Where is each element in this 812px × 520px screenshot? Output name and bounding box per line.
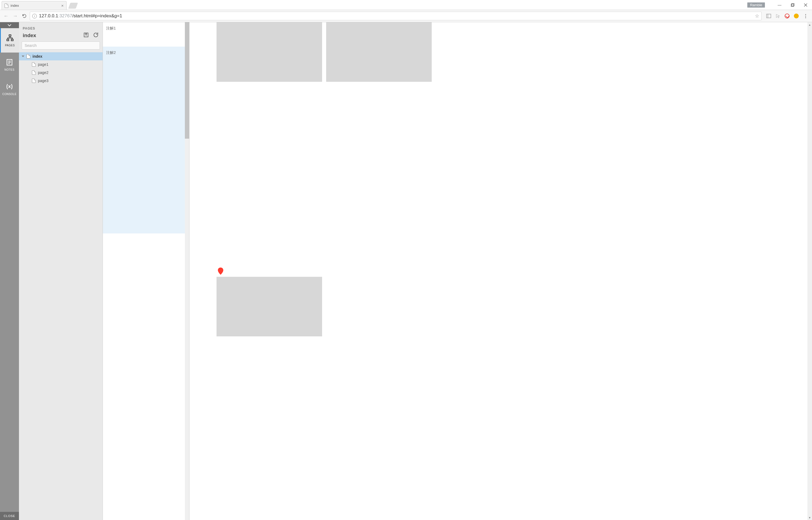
tree-item-label: index — [32, 54, 43, 58]
tree-item-page2[interactable]: page2 — [19, 69, 103, 77]
close-window-button[interactable] — [799, 1, 812, 9]
preview-canvas[interactable]: ▲ ▼ — [190, 22, 812, 520]
new-tab-button[interactable] — [68, 3, 78, 9]
rail-item-pages[interactable]: PAGES — [0, 28, 19, 53]
note-label: 注解1 — [106, 26, 116, 30]
left-rail: PAGES NOTES CONSOLE CLOSE — [0, 22, 19, 520]
url-port: :32767 — [58, 13, 72, 19]
image-placeholder[interactable] — [326, 22, 432, 82]
opera-extension-icon[interactable] — [784, 13, 790, 19]
maximize-button[interactable] — [786, 1, 799, 9]
page-icon — [32, 71, 36, 75]
note-item-2[interactable]: 注解2 — [103, 47, 189, 233]
canvas-scrollbar-track[interactable]: ▲ ▼ — [807, 22, 812, 520]
page-icon — [27, 54, 30, 58]
rail-item-console[interactable]: CONSOLE — [0, 77, 19, 101]
tree-item-page1[interactable]: page1 — [19, 60, 103, 69]
chevron-down-icon — [7, 24, 12, 27]
ramble-badge[interactable]: Ramble — [747, 2, 765, 7]
annotation-marker[interactable] — [218, 267, 223, 275]
svg-rect-4 — [9, 35, 11, 36]
reload-button[interactable] — [21, 12, 28, 20]
address-bar[interactable]: i 127.0.0.1:32767/start.html#p=index&g=1… — [30, 11, 762, 20]
tree-item-label: page1 — [38, 62, 49, 67]
pages-panel: PAGES index index — [19, 22, 103, 520]
page-icon — [32, 62, 36, 67]
rail-item-notes[interactable]: NOTES — [0, 53, 19, 77]
panel-toggle-icon[interactable] — [766, 13, 772, 19]
window-controls: Ramble — — [747, 0, 812, 10]
svg-rect-2 — [766, 14, 771, 18]
pin-icon — [218, 267, 223, 275]
browser-toolbar: ← → i 127.0.0.1:32767/start.html#p=index… — [0, 10, 812, 22]
scroll-up-arrow[interactable]: ▲ — [807, 22, 812, 27]
tab-close-icon[interactable]: × — [61, 3, 64, 8]
scroll-down-arrow[interactable]: ▼ — [807, 515, 812, 520]
tree-item-label: page3 — [38, 79, 49, 83]
pages-panel-title: index — [23, 32, 36, 38]
sitemap-icon — [6, 34, 14, 42]
tree-item-index[interactable]: index — [19, 52, 103, 60]
search-input[interactable] — [22, 42, 100, 50]
rail-label-console: CONSOLE — [2, 93, 17, 96]
browser-chrome: index × Ramble — ← → i 127.0.0.1:32767/s… — [0, 0, 812, 22]
note-item-1[interactable]: 注解1 — [103, 22, 189, 47]
svg-rect-6 — [11, 39, 13, 41]
toolbar-extensions — [763, 13, 810, 19]
note-item-blank[interactable] — [103, 233, 189, 266]
close-icon — [804, 3, 807, 7]
pages-panel-header: PAGES index — [19, 22, 103, 42]
pages-tree: index page1 page2 page3 — [19, 52, 103, 520]
notes-panel: 注解1 注解2 — [103, 22, 190, 520]
back-button[interactable]: ← — [2, 12, 10, 20]
reload-icon — [22, 14, 27, 19]
rail-collapse-button[interactable] — [0, 22, 19, 28]
url-path: /start.html#p=index&g=1 — [72, 13, 122, 19]
forward-button[interactable]: → — [11, 12, 19, 20]
note-item-blank[interactable] — [103, 266, 189, 298]
variable-icon — [6, 83, 13, 90]
tree-item-page3[interactable]: page3 — [19, 77, 103, 85]
share-icon — [83, 32, 89, 38]
postman-extension-icon[interactable] — [793, 13, 799, 19]
play-cursor-icon[interactable] — [775, 13, 781, 19]
rail-close-button[interactable]: CLOSE — [0, 512, 19, 520]
notes-scrollbar-thumb[interactable] — [185, 22, 189, 139]
tree-item-label: page2 — [38, 71, 49, 75]
site-info-icon[interactable]: i — [32, 14, 37, 19]
svg-rect-5 — [7, 39, 9, 41]
rail-close-label: CLOSE — [4, 514, 15, 518]
image-placeholder[interactable] — [217, 277, 322, 336]
minimize-button[interactable]: — — [773, 1, 786, 9]
rail-label-notes: NOTES — [5, 68, 15, 71]
rail-label-pages: PAGES — [5, 44, 15, 47]
tab-strip: index × Ramble — — [0, 0, 812, 10]
pages-panel-label: PAGES — [23, 27, 99, 30]
chrome-menu-button[interactable] — [803, 13, 808, 19]
notes-icon — [6, 58, 13, 66]
app-root: PAGES NOTES CONSOLE CLOSE PAGES index — [0, 22, 812, 520]
url-text: 127.0.0.1:32767/start.html#p=index&g=1 — [39, 13, 122, 19]
bookmark-star-icon[interactable]: ☆ — [755, 13, 759, 19]
file-icon — [5, 3, 8, 8]
note-label: 注解2 — [106, 50, 116, 55]
browser-tab[interactable]: index × — [2, 1, 66, 10]
tab-title: index — [10, 3, 19, 7]
share-button[interactable] — [83, 32, 89, 39]
image-placeholder[interactable] — [217, 22, 322, 82]
maximize-icon — [791, 3, 794, 7]
url-host: 127.0.0.1 — [39, 13, 58, 19]
refresh-icon — [93, 32, 99, 38]
notes-scrollbar-track[interactable] — [185, 22, 189, 520]
refresh-button[interactable] — [93, 32, 99, 39]
caret-down-icon[interactable] — [22, 55, 24, 57]
page-icon — [32, 79, 36, 83]
